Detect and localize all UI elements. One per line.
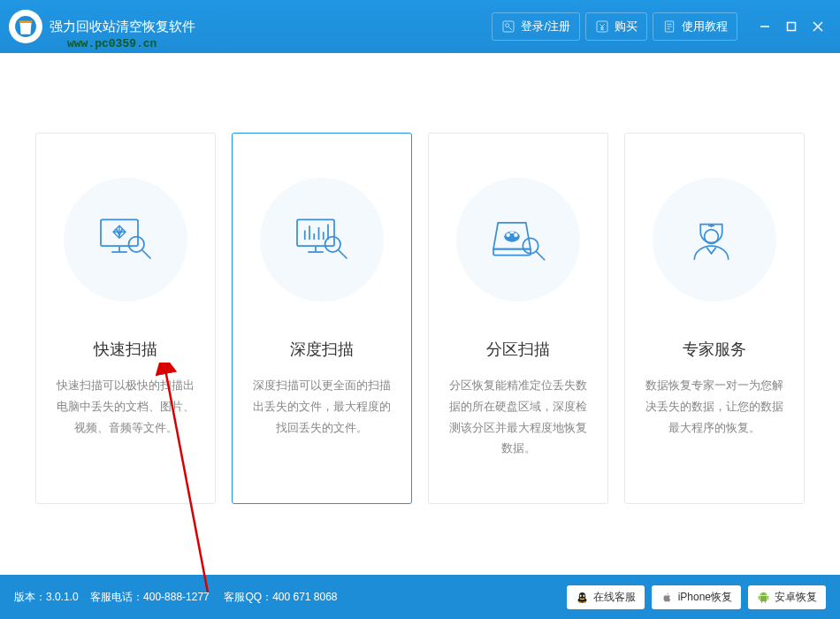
login-label: 登录/注册 <box>521 19 570 34</box>
footer-bar: 版本：3.0.1.0 客服电话：400-888-1277 客服QQ：400 67… <box>0 575 840 619</box>
footer-info: 版本：3.0.1.0 客服电话：400-888-1277 客服QQ：400 67… <box>14 590 560 605</box>
window-controls <box>752 14 831 39</box>
main-content: 快速扫描 快速扫描可以极快的扫描出电脑中丢失的文档、图片、视频、音频等文件。 深… <box>0 53 840 575</box>
svg-point-27 <box>506 233 509 237</box>
svg-rect-43 <box>759 595 760 599</box>
svg-point-13 <box>129 237 145 253</box>
deep-scan-icon <box>291 214 353 265</box>
card-partition-scan[interactable]: 分区扫描 分区恢复能精准定位丢失数据的所在硬盘区域，深度检测该分区并最大程度地恢… <box>428 133 608 504</box>
watermark-text: www.pc0359.cn <box>67 37 157 50</box>
minimize-icon <box>760 21 770 32</box>
app-title: 强力回收站清空恢复软件 <box>50 19 195 35</box>
expert-service-desc: 数据恢复专家一对一为您解决丢失的数据，让您的数据最大程序的恢复。 <box>641 376 788 439</box>
svg-point-3 <box>506 24 509 27</box>
app-logo <box>9 10 42 43</box>
svg-line-30 <box>537 252 545 260</box>
svg-point-28 <box>514 233 517 237</box>
close-icon <box>813 21 823 32</box>
card-quick-scan[interactable]: 快速扫描 快速扫描可以极快的扫描出电脑中丢失的文档、图片、视频、音频等文件。 <box>35 133 216 504</box>
apple-icon <box>661 591 674 604</box>
title-bar: 强力回收站清空恢复软件 www.pc0359.cn 登录/注册 购买 使用教程 <box>0 0 840 53</box>
svg-line-25 <box>339 250 347 258</box>
currency-icon <box>595 19 609 34</box>
deep-scan-icon-wrap <box>260 178 384 302</box>
quick-scan-desc: 快速扫描可以极快的扫描出电脑中丢失的文档、图片、视频、音频等文件。 <box>52 376 199 439</box>
svg-point-24 <box>325 237 341 253</box>
expert-service-icon-wrap <box>653 178 776 302</box>
online-service-button[interactable]: 在线客服 <box>567 585 645 609</box>
quick-scan-title: 快速扫描 <box>94 339 157 360</box>
tutorial-label: 使用教程 <box>682 19 728 34</box>
partition-scan-title: 分区扫描 <box>486 339 550 360</box>
login-register-button[interactable]: 登录/注册 <box>492 12 580 41</box>
card-expert-service[interactable]: 专家服务 数据恢复专家一对一为您解决丢失的数据，让您的数据最大程序的恢复。 <box>624 133 805 504</box>
online-service-label: 在线客服 <box>593 590 636 605</box>
iphone-recovery-button[interactable]: iPhone恢复 <box>652 585 741 609</box>
partition-scan-desc: 分区恢复能精准定位丢失数据的所在硬盘区域，深度检测该分区并最大程度地恢复数据。 <box>445 376 592 460</box>
maximize-button[interactable] <box>778 14 805 39</box>
partition-scan-icon <box>487 214 549 265</box>
svg-rect-44 <box>767 595 768 599</box>
quick-scan-icon <box>95 214 157 265</box>
svg-rect-1 <box>19 21 32 23</box>
tutorial-button[interactable]: 使用教程 <box>653 12 737 41</box>
svg-point-39 <box>578 601 582 603</box>
buy-label: 购买 <box>615 19 638 34</box>
partition-scan-icon-wrap <box>456 178 580 302</box>
deep-scan-title: 深度扫描 <box>290 339 354 360</box>
svg-point-38 <box>583 594 584 597</box>
android-recovery-button[interactable]: 安卓恢复 <box>748 585 826 609</box>
android-icon <box>757 591 770 604</box>
minimize-button[interactable] <box>752 14 778 39</box>
qq-icon <box>576 591 589 604</box>
svg-line-14 <box>142 250 150 258</box>
iphone-recovery-label: iPhone恢复 <box>678 590 732 605</box>
svg-point-40 <box>583 601 586 603</box>
svg-point-41 <box>761 593 762 594</box>
svg-point-42 <box>765 593 766 594</box>
android-recovery-label: 安卓恢复 <box>775 590 817 605</box>
svg-rect-7 <box>788 23 796 31</box>
document-icon <box>662 19 676 34</box>
quick-scan-icon-wrap <box>64 178 187 302</box>
svg-point-33 <box>705 230 719 244</box>
expert-service-icon <box>683 214 745 265</box>
buy-button[interactable]: 购买 <box>585 12 647 41</box>
svg-point-37 <box>579 594 581 597</box>
close-button[interactable] <box>805 14 831 39</box>
expert-service-title: 专家服务 <box>683 339 746 360</box>
maximize-icon <box>786 21 797 32</box>
deep-scan-desc: 深度扫描可以更全面的扫描出丢失的文件，最大程度的找回丢失的文件。 <box>248 376 395 439</box>
user-key-icon <box>501 19 515 34</box>
card-deep-scan[interactable]: 深度扫描 深度扫描可以更全面的扫描出丢失的文件，最大程度的找回丢失的文件。 <box>232 133 412 504</box>
